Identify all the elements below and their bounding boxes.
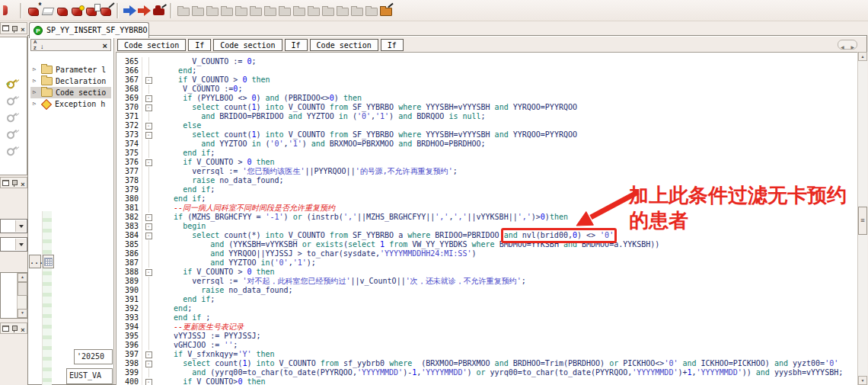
fold-collapse-icon[interactable]: [145, 233, 152, 239]
fold-collapse-icon[interactable]: [145, 351, 152, 358]
folder-icon: [41, 77, 53, 85]
scrollbar-thumb[interactable]: [858, 207, 867, 235]
list-scroll-up-icon[interactable]: [18, 273, 27, 282]
tree-item[interactable]: ▷Parameter l: [30, 64, 111, 75]
restore-window-icon[interactable]: [2, 25, 9, 31]
white-eraser-icon[interactable]: [40, 2, 55, 20]
fold-collapse-icon[interactable]: [145, 223, 152, 230]
code-line: 388 if V_COUNTO > 0 then: [116, 268, 858, 277]
gray-key-icon[interactable]: [5, 111, 21, 127]
listbox-scrollbar[interactable]: [17, 273, 27, 318]
fold-guide-line: [148, 332, 149, 341]
vertical-scrollbar[interactable]: [857, 52, 867, 385]
colored-key-icon[interactable]: [5, 77, 21, 93]
gray-key-icon[interactable]: [5, 94, 21, 110]
fold-guide-line: [148, 149, 149, 158]
breadcrumb-button[interactable]: Code section: [310, 39, 378, 51]
close-filter-icon[interactable]: [103, 38, 107, 52]
close-icon[interactable]: [21, 176, 24, 190]
fold-column: [142, 359, 155, 368]
combo-box-2[interactable]: [0, 237, 27, 252]
restore-window-icon[interactable]: [2, 180, 9, 186]
fold-guide-line: [148, 57, 149, 66]
tree-item[interactable]: ▷Code sectio: [30, 87, 111, 98]
partial-red-icon[interactable]: [2, 2, 16, 20]
orange-folder-icon[interactable]: [378, 2, 393, 20]
code-text: --同一病人同科室不同时间段是否允许重复预约: [155, 204, 335, 213]
close-icon[interactable]: [21, 21, 24, 35]
structure-filter-header: [30, 39, 111, 51]
red-gem-wrench-icon[interactable]: [98, 2, 113, 20]
code-line: 369 if (PYYLBOO <> 0) and (PBRIDOO<>0) t…: [116, 94, 858, 103]
code-text: if (PYYLBOO <> 0) and (PBRIDOO<>0) then: [155, 94, 362, 103]
breadcrumb-button[interactable]: If: [381, 39, 404, 51]
close-icon[interactable]: [21, 322, 24, 335]
red-gem-page-icon[interactable]: [84, 2, 98, 20]
scroll-down-icon[interactable]: [858, 376, 867, 385]
scroll-left-icon[interactable]: [841, 38, 844, 52]
line-number: 384: [116, 231, 142, 240]
red-gem-dot-icon[interactable]: [69, 2, 84, 20]
dock-header-middle: [0, 177, 27, 188]
line-number: 375: [116, 149, 142, 158]
code-text: verrsql := '对不起，此科室您已经预约过'||v_CountO||'次…: [155, 277, 526, 286]
scroll-up-icon[interactable]: [858, 52, 867, 61]
breadcrumb-button[interactable]: If: [188, 39, 211, 51]
mini-listbox[interactable]: [0, 272, 27, 319]
pin-icon[interactable]: [12, 26, 18, 31]
expand-arrow-icon[interactable]: ▷: [33, 98, 38, 110]
red-gem-star-icon[interactable]: [26, 2, 40, 20]
gray-key-icon[interactable]: [5, 127, 21, 143]
expand-arrow-icon[interactable]: ▷: [33, 87, 38, 98]
fold-collapse-icon[interactable]: [145, 123, 152, 130]
fold-column: [142, 130, 155, 140]
fold-column: [142, 94, 155, 103]
line-number: 367: [116, 75, 142, 85]
program-tab[interactable]: P SP_YY_INSERT_SF_YYBRBO: [29, 22, 149, 38]
tree-item[interactable]: ▷Exception h: [30, 98, 111, 110]
code-text: else: [155, 121, 201, 130]
pin-icon[interactable]: [12, 180, 18, 185]
fold-collapse-icon[interactable]: [145, 77, 152, 84]
fold-collapse-icon[interactable]: [145, 269, 152, 276]
fold-collapse-icon[interactable]: [145, 379, 152, 385]
gray-folder-icon: [234, 2, 248, 20]
fold-collapse-icon[interactable]: [145, 361, 152, 367]
breadcrumb-button[interactable]: If: [285, 39, 308, 51]
program-icon: P: [34, 26, 43, 35]
red-gem-icon[interactable]: [55, 2, 69, 20]
restore-window-icon[interactable]: [2, 326, 9, 332]
red-tool-icon[interactable]: [152, 2, 166, 20]
combo-box-1[interactable]: [0, 219, 27, 233]
line-number: 394: [116, 322, 142, 332]
pin-icon[interactable]: [12, 326, 18, 331]
tree-item[interactable]: ▷Declaration: [30, 75, 111, 87]
expand-arrow-icon[interactable]: ▷: [33, 64, 38, 75]
fold-collapse-icon[interactable]: [145, 159, 152, 166]
gray-key-icon[interactable]: [5, 144, 21, 160]
list-scroll-down-icon[interactable]: [18, 309, 27, 318]
red-arrow-icon[interactable]: [137, 2, 152, 20]
gray-folder-icon: [306, 2, 321, 20]
expand-arrow-icon[interactable]: ▷: [33, 75, 38, 87]
code-text: and YYZTOO in('0','1');: [155, 258, 316, 268]
code-text: if V_COUNTO > 0 then: [155, 158, 275, 167]
dropdown-arrow-icon[interactable]: [15, 239, 26, 250]
breadcrumb-button[interactable]: Code section: [213, 39, 282, 51]
code-text: V_COUNTO :=0;: [155, 85, 242, 94]
fold-collapse-icon[interactable]: [145, 95, 152, 102]
list-scroll-thumb[interactable]: [18, 282, 27, 296]
scroll-right-icon[interactable]: [850, 38, 854, 52]
breadcrumb-button[interactable]: Code section: [117, 39, 186, 51]
line-number: 391: [116, 295, 142, 304]
fold-collapse-icon[interactable]: [145, 214, 152, 221]
fold-collapse-icon[interactable]: [145, 104, 152, 111]
grid-button[interactable]: [43, 255, 54, 268]
dropdown-arrow-icon[interactable]: [15, 220, 26, 232]
sort-alphabetical-icon[interactable]: [34, 40, 40, 50]
fold-collapse-icon[interactable]: [145, 132, 152, 139]
blue-arrow-icon[interactable]: [123, 2, 137, 20]
fold-column: [142, 286, 155, 295]
red-highlight-box: and nvl(brid00,0) <> '0': [504, 231, 614, 239]
browse-button[interactable]: ...: [29, 255, 41, 268]
